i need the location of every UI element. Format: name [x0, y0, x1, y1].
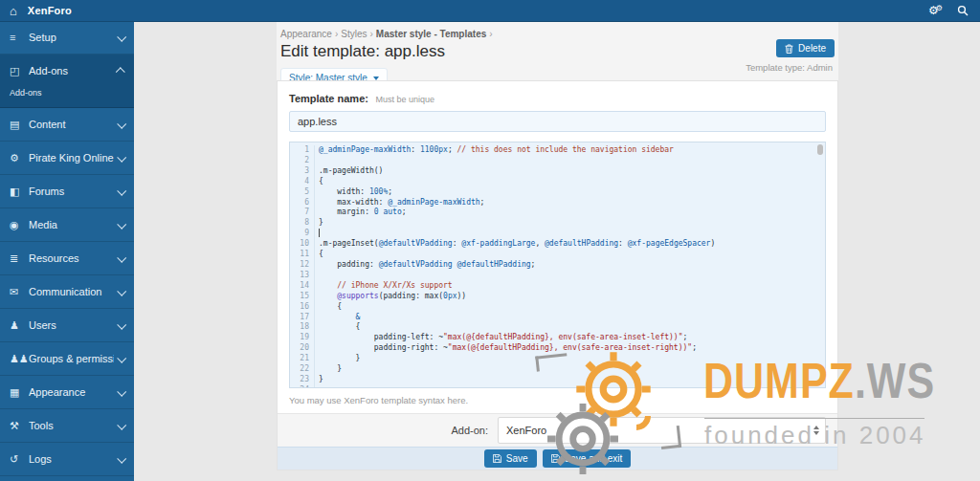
users-icon: ♟ [10, 319, 29, 332]
floppy-icon [551, 454, 560, 463]
line-number: 12 [290, 260, 315, 271]
code-text: & [315, 313, 360, 323]
code-line: 8} [290, 218, 825, 229]
home-icon[interactable]: ⌂ [10, 5, 17, 17]
sidebar-item-users[interactable]: ♟Users [0, 309, 134, 342]
code-line: 12 padding: @defaultVPadding @defaultHPa… [290, 260, 825, 271]
line-number: 13 [290, 271, 315, 281]
chevron-down-icon [117, 186, 126, 195]
sidebar-item-label: Pirate King Online [29, 152, 114, 164]
sidebar-item-logs[interactable]: ↺Logs [0, 443, 134, 476]
sidebar-item-groups-permissions[interactable]: ♟♟Groups & permissions [0, 342, 134, 376]
code-line: 16 { [290, 302, 825, 313]
line-number: 17 [290, 313, 315, 323]
top-header-bar: ⌂ XenForo ⚙⚙ [0, 0, 980, 22]
sidebar-item-resources[interactable]: ≣Resources [0, 242, 134, 275]
sidebar-item-media[interactable]: ◉Media [0, 208, 134, 242]
breadcrumb-separator: › [489, 29, 492, 39]
breadcrumb-link[interactable]: Appearance [280, 29, 332, 39]
code-line: 23} [290, 375, 825, 385]
line-number: 14 [290, 281, 315, 292]
sidebar-subitem-add-ons-sub[interactable]: Add-ons [0, 87, 134, 107]
line-number: 2 [290, 156, 315, 166]
chevron-down-icon [117, 152, 126, 162]
code-text: } [315, 375, 323, 385]
code-text: { [315, 322, 360, 333]
save-and-exit-button-label: Save and exit [565, 453, 623, 464]
delete-button-label: Delete [798, 43, 826, 54]
floppy-icon [493, 454, 501, 463]
code-text: padding-left: ~"max(@{defaultHPadding}, … [315, 333, 687, 343]
template-name-hint: Must be unique [375, 95, 434, 104]
admin-page: ⌂ XenForo ⚙⚙ ≡Setup◰Add-onsAdd-ons▤Conte… [0, 0, 980, 481]
sidebar-item-pirate-king-online[interactable]: ⚙Pirate King Online [0, 142, 134, 175]
code-text: @_adminPage-maxWidth: 1100px; // this do… [315, 145, 674, 156]
sidebar-item-label: Media [29, 219, 114, 230]
code-line: 2 [290, 156, 825, 166]
breadcrumb-link[interactable]: Styles [341, 29, 367, 39]
code-text: width: 100%; [315, 187, 392, 198]
sidebar-item-setup[interactable]: ≡Setup [0, 21, 134, 55]
code-text: } [315, 364, 342, 375]
line-number: 5 [290, 187, 315, 198]
addon-row: Add-on: XenForo [278, 413, 837, 446]
editor-scrollbar[interactable] [817, 144, 823, 155]
code-line: 22 } [290, 364, 825, 375]
media-icon: ◉ [10, 219, 29, 231]
chevron-down-icon [117, 453, 126, 463]
sidebar-item-add-ons[interactable]: ◰Add-ons [0, 55, 134, 87]
chevron-down-icon [117, 420, 126, 429]
sidebar-item-label: Setup [29, 32, 114, 43]
template-name-input[interactable] [289, 111, 826, 132]
syntax-hint-text: You may use XenForo template syntax here… [278, 388, 837, 413]
save-button-label: Save [506, 453, 528, 464]
line-number: 10 [290, 239, 315, 250]
gear-small-icon: ⚙ [936, 4, 943, 12]
tools-icon: ⚒ [10, 420, 29, 432]
code-text [315, 271, 319, 281]
sidebar-item-label: Resources [29, 252, 114, 264]
admin-gears-icon[interactable]: ⚙⚙ [928, 5, 943, 16]
line-number: 3 [290, 166, 315, 177]
addon-label: Add-on: [278, 425, 498, 436]
code-line: 24 [290, 385, 825, 388]
code-text: } [315, 218, 323, 229]
line-number: 18 [290, 322, 315, 333]
brand-title[interactable]: XenForo [28, 5, 72, 16]
line-number: 15 [290, 292, 315, 302]
sidebar-expanded-block: ◰Add-onsAdd-ons [0, 55, 134, 108]
breadcrumb: Appearance›Styles›Master style - Templat… [277, 21, 838, 39]
save-footer-bar: Save Save and exit [278, 447, 837, 470]
communication-icon: ✉ [10, 286, 29, 298]
code-editor[interactable]: 1@_adminPage-maxWidth: 1100px; // this d… [289, 142, 826, 388]
sidebar-item-label: Users [29, 319, 114, 331]
setup-icon: ≡ [10, 32, 29, 43]
sidebar-item-content[interactable]: ▤Content [0, 108, 134, 142]
save-button[interactable]: Save [484, 449, 537, 468]
line-number: 24 [290, 385, 315, 388]
line-number: 21 [290, 354, 315, 364]
sidebar-item-label: Add-ons [29, 65, 114, 77]
code-text [315, 156, 319, 166]
sidebar-item-forums[interactable]: ◧Forums [0, 175, 134, 208]
sidebar-item-appearance[interactable]: ▦Appearance [0, 376, 134, 409]
delete-button[interactable]: Delete [776, 39, 835, 57]
code-line: 5 width: 100%; [290, 187, 825, 198]
code-text: } [315, 354, 360, 364]
sidebar-item-label: Groups & permissions [29, 353, 114, 364]
save-and-exit-button[interactable]: Save and exit [543, 449, 632, 468]
code-line: 21 } [290, 354, 825, 364]
sidebar-nav: ≡Setup◰Add-onsAdd-ons▤Content⚙Pirate Kin… [0, 21, 134, 481]
code-text: { [315, 250, 323, 260]
search-icon[interactable] [957, 5, 969, 16]
breadcrumb-link[interactable]: Master style - Templates [376, 29, 486, 39]
chevron-down-icon [117, 353, 126, 362]
sidebar-item-tools[interactable]: ⚒Tools [0, 409, 134, 443]
line-number: 4 [290, 177, 315, 187]
groups-permissions-icon: ♟♟ [10, 353, 29, 365]
line-number: 1 [290, 145, 315, 156]
addon-select[interactable]: XenForo [498, 417, 826, 444]
select-spinner-icon [813, 426, 819, 435]
code-line: 19 padding-left: ~"max(@{defaultHPadding… [290, 333, 825, 343]
sidebar-item-communication[interactable]: ✉Communication [0, 275, 134, 309]
